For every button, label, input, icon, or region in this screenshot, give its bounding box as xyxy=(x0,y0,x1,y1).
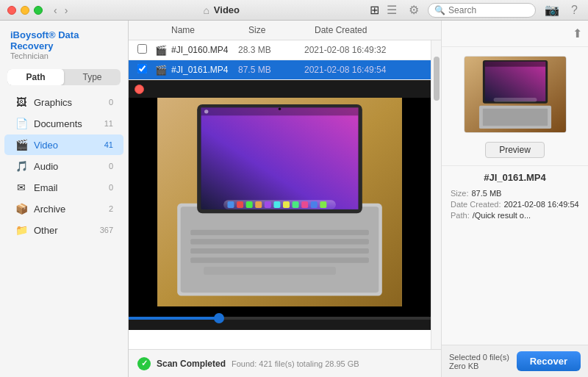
svg-rect-16 xyxy=(237,201,243,208)
svg-rect-24 xyxy=(311,201,318,208)
checkbox-0[interactable] xyxy=(137,44,147,54)
sidebar-tab-group: Path Type xyxy=(7,69,121,85)
file-size-1: 87.5 MB xyxy=(238,65,304,75)
svg-rect-18 xyxy=(255,201,262,208)
svg-rect-23 xyxy=(301,201,308,208)
app-subtitle: Technician xyxy=(10,51,118,60)
search-input[interactable] xyxy=(448,5,529,15)
file-list-header: Name Size Date Created xyxy=(129,21,441,40)
sidebar-item-video[interactable]: 🎬 Video 41 xyxy=(4,134,123,155)
sidebar-item-graphics[interactable]: 🖼 Graphics 0 xyxy=(4,92,123,112)
file-name-0: #JI_0160.MP4 xyxy=(171,45,238,55)
sidebar-audio-count: 0 xyxy=(98,162,113,170)
app-title-section: iBoysoft® Data Recovery Technician xyxy=(0,21,128,63)
sidebar-item-documents[interactable]: 📄 Documents 11 xyxy=(4,113,123,134)
sidebar-email-count: 0 xyxy=(98,183,113,192)
video-close-button[interactable] xyxy=(135,85,144,94)
header-date: Date Created xyxy=(315,25,432,35)
sidebar-item-audio[interactable]: 🎵 Audio 0 xyxy=(4,156,123,176)
row-checkbox-0[interactable] xyxy=(137,44,155,56)
svg-rect-22 xyxy=(293,201,299,208)
title-bar: ‹ › ⌂ Video ⊞ ☰ ⚙ 🔍 📷 ? xyxy=(0,0,588,21)
scan-complete-icon: ✓ xyxy=(137,357,151,370)
svg-rect-29 xyxy=(484,62,545,101)
home-icon: ⌂ xyxy=(203,4,209,16)
camera-icon[interactable]: 📷 xyxy=(542,2,562,18)
svg-rect-15 xyxy=(228,201,234,208)
preview-thumbnail-svg xyxy=(465,57,566,132)
video-preview-panel xyxy=(129,80,431,330)
toolbar-right: ⊞ ☰ ⚙ 🔍 📷 ? xyxy=(367,2,581,18)
preview-thumbnail xyxy=(464,56,567,133)
svg-rect-20 xyxy=(273,201,280,208)
svg-rect-19 xyxy=(265,201,271,208)
svg-point-26 xyxy=(279,107,282,110)
help-icon[interactable]: ? xyxy=(568,3,581,18)
back-button[interactable]: ‹ xyxy=(51,4,60,16)
file-list-with-scroll: 🎬 #JI_0160.MP4 28.3 MB 2021-02-08 16:49:… xyxy=(129,40,441,349)
maximize-button[interactable] xyxy=(34,6,43,15)
sidebar: iBoysoft® Data Recovery Technician Path … xyxy=(0,21,129,377)
forward-button[interactable]: › xyxy=(62,4,71,16)
svg-rect-11 xyxy=(201,107,359,209)
grid-view-button[interactable]: ⊞ xyxy=(367,2,382,18)
selected-size: Zero KB xyxy=(449,362,509,370)
file-size-0: 28.3 MB xyxy=(238,45,304,55)
file-rows-container: 🎬 #JI_0160.MP4 28.3 MB 2021-02-08 16:49:… xyxy=(129,40,431,349)
file-info-path-row: Path: /Quick result o... xyxy=(451,211,579,220)
email-icon: ✉ xyxy=(15,181,28,194)
archive-icon: 📦 xyxy=(15,202,28,215)
date-value: 2021-02-08 16:49:54 xyxy=(503,200,578,209)
sidebar-items: 🖼 Graphics 0 📄 Documents 11 🎬 Video 41 🎵… xyxy=(0,91,128,377)
file-info: #JI_0161.MP4 Size: 87.5 MB Date Created:… xyxy=(442,165,588,228)
path-label: Path: xyxy=(451,211,470,220)
other-icon: 📁 xyxy=(15,223,28,237)
sidebar-item-archive[interactable]: 📦 Archive 2 xyxy=(4,198,123,219)
table-row[interactable]: 🎬 #JI_0161.MP4 87.5 MB 2021-02-08 16:49:… xyxy=(129,60,431,80)
scrollbar-thumb[interactable] xyxy=(434,57,440,101)
header-name: Name xyxy=(171,25,248,35)
sidebar-other-count: 367 xyxy=(98,226,113,234)
right-panel-top: ⬆ xyxy=(442,21,588,47)
sidebar-item-email[interactable]: ✉ Email 0 xyxy=(4,177,123,198)
documents-icon: 📄 xyxy=(15,117,28,130)
file-name-1: #JI_0161.MP4 xyxy=(171,65,238,75)
table-row[interactable]: 🎬 #JI_0160.MP4 28.3 MB 2021-02-08 16:49:… xyxy=(129,40,431,60)
main-content: Name Size Date Created 🎬 #JI_0160.MP4 28… xyxy=(129,21,441,377)
tab-path[interactable]: Path xyxy=(7,69,64,85)
sidebar-documents-label: Documents xyxy=(34,118,98,129)
sidebar-item-other[interactable]: 📁 Other 367 xyxy=(4,220,123,240)
filter-button[interactable]: ⚙ xyxy=(406,2,422,18)
view-toggle: ⊞ ☰ xyxy=(367,2,400,18)
file-type-icon-1: 🎬 xyxy=(155,65,171,76)
app-name: iBoysoft® Data Recovery xyxy=(10,29,118,51)
svg-rect-6 xyxy=(190,248,369,254)
svg-rect-17 xyxy=(246,201,253,208)
row-checkbox-1[interactable] xyxy=(137,64,155,76)
sidebar-other-label: Other xyxy=(34,225,98,236)
recover-button[interactable]: Recover xyxy=(517,351,581,371)
video-icon: 🎬 xyxy=(15,138,28,151)
close-button[interactable] xyxy=(7,6,16,15)
sidebar-graphics-label: Graphics xyxy=(34,97,98,108)
sidebar-video-label: Video xyxy=(34,140,98,151)
list-view-button[interactable]: ☰ xyxy=(384,2,400,18)
selected-count-area: Selected 0 file(s) Zero KB xyxy=(449,353,509,370)
right-panel-bottom: Selected 0 file(s) Zero KB Recover xyxy=(442,345,588,377)
share-button[interactable]: ⬆ xyxy=(573,26,582,40)
video-timeline-bar xyxy=(129,317,431,330)
scrollbar[interactable] xyxy=(431,40,441,349)
sidebar-documents-count: 11 xyxy=(98,119,113,128)
preview-button[interactable]: Preview xyxy=(485,142,545,158)
app-body: iBoysoft® Data Recovery Technician Path … xyxy=(0,21,588,377)
checkbox-1[interactable] xyxy=(137,64,147,73)
svg-rect-31 xyxy=(493,98,537,102)
video-panel-topbar xyxy=(129,80,431,98)
scan-detail-text: Found: 421 file(s) totaling 28.95 GB xyxy=(232,359,359,368)
status-bar: ✓ Scan Completed Found: 421 file(s) tota… xyxy=(129,349,441,377)
tab-type[interactable]: Type xyxy=(64,69,121,85)
sidebar-video-count: 41 xyxy=(98,140,113,149)
sidebar-archive-count: 2 xyxy=(98,204,113,213)
minimize-button[interactable] xyxy=(21,6,29,15)
window-title: Video xyxy=(214,4,240,15)
